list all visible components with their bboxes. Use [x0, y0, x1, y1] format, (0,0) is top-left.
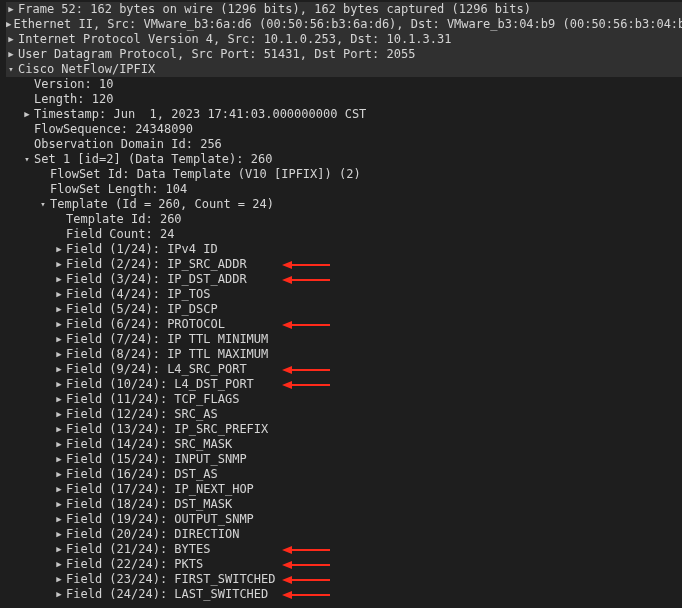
- expand-icon[interactable]: ▶: [54, 527, 64, 542]
- expand-icon[interactable]: ▶: [54, 497, 64, 512]
- tree-row-field[interactable]: ▶Field (15/24): INPUT_SNMP: [6, 452, 682, 467]
- expand-icon[interactable]: ▶: [54, 572, 64, 587]
- expand-icon[interactable]: ▶: [6, 2, 16, 17]
- svg-marker-3: [282, 276, 292, 284]
- expand-icon[interactable]: ▶: [54, 542, 64, 557]
- svg-marker-17: [282, 591, 292, 599]
- expand-icon[interactable]: ▶: [54, 512, 64, 527]
- expand-icon[interactable]: ▶: [6, 47, 16, 62]
- collapse-icon[interactable]: ▾: [22, 152, 32, 167]
- expand-icon[interactable]: ▶: [54, 377, 64, 392]
- tree-row-field[interactable]: ▶Field (23/24): FIRST_SWITCHED: [6, 572, 682, 587]
- template-id: Template Id: 260: [64, 212, 182, 227]
- expand-icon[interactable]: ▶: [54, 332, 64, 347]
- tree-row-field[interactable]: ▶Field (1/24): IPv4 ID: [6, 242, 682, 257]
- field-label: Field (5/24): IP_DSCP: [64, 302, 218, 317]
- annotation-arrow-icon: [282, 590, 330, 598]
- tree-row-field-count[interactable]: • Field Count: 24: [6, 227, 682, 242]
- tree-row-field[interactable]: ▶Field (11/24): TCP_FLAGS: [6, 392, 682, 407]
- expand-icon[interactable]: ▶: [6, 32, 16, 47]
- tree-row-field[interactable]: ▶Field (4/24): IP_TOS: [6, 287, 682, 302]
- expand-icon[interactable]: ▶: [54, 482, 64, 497]
- field-label: Field (18/24): DST_MASK: [64, 497, 232, 512]
- tree-row-field[interactable]: ▶Field (3/24): IP_DST_ADDR: [6, 272, 682, 287]
- expand-icon[interactable]: ▶: [54, 302, 64, 317]
- field-label: Field (6/24): PROTOCOL: [64, 317, 225, 332]
- expand-icon[interactable]: ▶: [54, 437, 64, 452]
- tree-row-field[interactable]: ▶Field (9/24): L4_SRC_PORT: [6, 362, 682, 377]
- tree-row-field[interactable]: ▶Field (7/24): IP TTL MINIMUM: [6, 332, 682, 347]
- leaf-icon: •: [38, 182, 48, 197]
- annotation-arrow-icon: [282, 365, 330, 373]
- tree-row-timestamp[interactable]: ▶ Timestamp: Jun 1, 2023 17:41:03.000000…: [6, 107, 682, 122]
- collapse-icon[interactable]: ▾: [38, 197, 48, 212]
- leaf-icon: •: [54, 212, 64, 227]
- tree-row-frame[interactable]: ▶ Frame 52: 162 bytes on wire (1296 bits…: [6, 2, 682, 17]
- tree-row-field[interactable]: ▶Field (20/24): DIRECTION: [6, 527, 682, 542]
- field-label: Field (11/24): TCP_FLAGS: [64, 392, 239, 407]
- tree-row-ethernet[interactable]: ▶ Ethernet II, Src: VMware_b3:6a:d6 (00:…: [6, 17, 682, 32]
- expand-icon[interactable]: ▶: [54, 467, 64, 482]
- tree-row-template[interactable]: ▾ Template (Id = 260, Count = 24): [6, 197, 682, 212]
- tree-row-field[interactable]: ▶Field (14/24): SRC_MASK: [6, 437, 682, 452]
- annotation-arrow-icon: [282, 575, 330, 583]
- expand-icon[interactable]: ▶: [54, 407, 64, 422]
- collapse-icon[interactable]: ▾: [6, 62, 16, 77]
- tree-row-flowset-length[interactable]: • FlowSet Length: 104: [6, 182, 682, 197]
- expand-icon[interactable]: ▶: [54, 347, 64, 362]
- field-label: Field (20/24): DIRECTION: [64, 527, 239, 542]
- tree-row-field[interactable]: ▶Field (12/24): SRC_AS: [6, 407, 682, 422]
- tree-row-flowsequence[interactable]: • FlowSequence: 24348090: [6, 122, 682, 137]
- annotation-arrow-icon: [282, 545, 330, 553]
- field-label: Field (2/24): IP_SRC_ADDR: [64, 257, 247, 272]
- ip-summary: Internet Protocol Version 4, Src: 10.1.0…: [16, 32, 451, 47]
- expand-icon[interactable]: ▶: [54, 557, 64, 572]
- annotation-arrow-icon: [282, 320, 330, 328]
- tree-row-field[interactable]: ▶Field (13/24): IP_SRC_PREFIX: [6, 422, 682, 437]
- tree-row-field[interactable]: ▶Field (19/24): OUTPUT_SNMP: [6, 512, 682, 527]
- expand-icon[interactable]: ▶: [54, 587, 64, 602]
- udp-summary: User Datagram Protocol, Src Port: 51431,…: [16, 47, 415, 62]
- field-label: Field (16/24): DST_AS: [64, 467, 218, 482]
- tree-row-flowset-id[interactable]: • FlowSet Id: Data Template (V10 [IPFIX]…: [6, 167, 682, 182]
- tree-row-field[interactable]: ▶Field (2/24): IP_SRC_ADDR: [6, 257, 682, 272]
- tree-row-length[interactable]: • Length: 120: [6, 92, 682, 107]
- expand-icon[interactable]: ▶: [54, 392, 64, 407]
- netflow-version: Version: 10: [32, 77, 113, 92]
- tree-row-field[interactable]: ▶Field (5/24): IP_DSCP: [6, 302, 682, 317]
- expand-icon[interactable]: ▶: [54, 422, 64, 437]
- field-label: Field (7/24): IP TTL MINIMUM: [64, 332, 268, 347]
- tree-row-field[interactable]: ▶Field (16/24): DST_AS: [6, 467, 682, 482]
- tree-row-netflow[interactable]: ▾ Cisco NetFlow/IPFIX: [6, 62, 682, 77]
- expand-icon[interactable]: ▶: [54, 257, 64, 272]
- svg-marker-5: [282, 321, 292, 329]
- expand-icon[interactable]: ▶: [54, 452, 64, 467]
- expand-icon[interactable]: ▶: [22, 107, 32, 122]
- expand-icon[interactable]: ▶: [54, 317, 64, 332]
- expand-icon[interactable]: ▶: [54, 287, 64, 302]
- tree-row-set[interactable]: ▾ Set 1 [id=2] (Data Template): 260: [6, 152, 682, 167]
- tree-row-template-id[interactable]: • Template Id: 260: [6, 212, 682, 227]
- flowset-id: FlowSet Id: Data Template (V10 [IPFIX]) …: [48, 167, 361, 182]
- tree-row-field[interactable]: ▶Field (24/24): LAST_SWITCHED: [6, 587, 682, 602]
- field-label: Field (3/24): IP_DST_ADDR: [64, 272, 247, 287]
- svg-marker-1: [282, 261, 292, 269]
- tree-row-field[interactable]: ▶Field (8/24): IP TTL MAXIMUM: [6, 347, 682, 362]
- tree-row-udp[interactable]: ▶ User Datagram Protocol, Src Port: 5143…: [6, 47, 682, 62]
- expand-icon[interactable]: ▶: [54, 362, 64, 377]
- tree-row-ip[interactable]: ▶ Internet Protocol Version 4, Src: 10.1…: [6, 32, 682, 47]
- field-label: Field (14/24): SRC_MASK: [64, 437, 232, 452]
- tree-row-field[interactable]: ▶Field (10/24): L4_DST_PORT: [6, 377, 682, 392]
- frame-summary: Frame 52: 162 bytes on wire (1296 bits),…: [16, 2, 531, 17]
- set-summary: Set 1 [id=2] (Data Template): 260: [32, 152, 272, 167]
- tree-row-field[interactable]: ▶Field (17/24): IP_NEXT_HOP: [6, 482, 682, 497]
- expand-icon[interactable]: ▶: [54, 272, 64, 287]
- tree-row-version[interactable]: • Version: 10: [6, 77, 682, 92]
- tree-row-field[interactable]: ▶Field (22/24): PKTS: [6, 557, 682, 572]
- tree-row-field[interactable]: ▶Field (18/24): DST_MASK: [6, 497, 682, 512]
- expand-icon[interactable]: ▶: [54, 242, 64, 257]
- tree-row-field[interactable]: ▶Field (21/24): BYTES: [6, 542, 682, 557]
- tree-row-field[interactable]: ▶Field (6/24): PROTOCOL: [6, 317, 682, 332]
- leaf-icon: •: [22, 92, 32, 107]
- tree-row-obsdomain[interactable]: • Observation Domain Id: 256: [6, 137, 682, 152]
